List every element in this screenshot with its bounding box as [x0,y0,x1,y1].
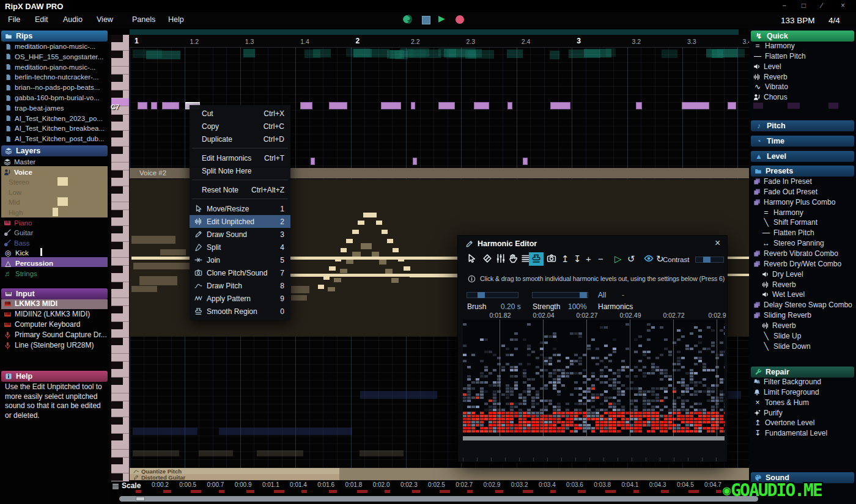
black-key[interactable] [111,401,123,409]
rips-item[interactable]: OS_HHF_155_songstarter... [5,52,103,62]
note[interactable] [682,102,709,109]
brush-slider[interactable] [467,292,518,298]
black-key[interactable] [111,282,123,290]
quick-item-level[interactable]: Level [753,62,781,71]
layer-item-guitar[interactable]: Guitar [4,228,33,238]
menu-panels[interactable]: Panels [132,15,155,24]
black-key[interactable] [111,90,123,98]
note[interactable] [636,102,642,109]
menu-audio[interactable]: Audio [63,15,83,24]
snapshot-tool[interactable] [547,254,556,266]
presets-item-fade-in-preset[interactable]: Fade In Preset [753,177,812,186]
layers-panel-header[interactable]: Layers [1,145,108,156]
presets-item-harmony-plus-combo[interactable]: Harmony Plus Combo [753,198,835,206]
note[interactable] [381,102,401,109]
loop-strip[interactable] [130,29,739,35]
repair-item-overtone-level[interactable]: ↥Overtone Level [753,418,814,427]
input-item[interactable]: LKMK3 MIDI [4,299,57,308]
presets-item-harmony[interactable]: =Harmony [762,208,803,217]
time-signature-display[interactable]: 4/4 [828,16,840,25]
context-item-draw-sound[interactable]: Draw Sound3 [190,228,290,241]
smooth-region-tool[interactable] [531,254,541,266]
context-item-join[interactable]: Join5 [190,254,290,266]
repair-item-filter-background[interactable]: Filter Background [753,378,821,386]
note[interactable] [138,102,147,109]
black-key[interactable] [111,378,123,385]
menu-view[interactable]: View [97,15,113,24]
panel-header-pitch[interactable]: ♪Pitch [751,120,854,131]
black-key[interactable] [111,170,123,178]
black-key[interactable] [111,210,123,217]
rips-item[interactable]: trap-beat-james [5,103,64,113]
brush-value[interactable]: 0.20 s [501,302,521,311]
presets-item-reverb-vibrato-combo[interactable]: Reverb Vibrato Combo [753,249,838,258]
note[interactable] [728,102,736,109]
input-item[interactable]: Line (Steinberg UR28M) [4,341,94,349]
input-item[interactable]: Primary Sound Capture Dr... [4,331,107,339]
add-tool[interactable]: + [586,254,591,264]
play-tool[interactable]: ▷ [614,254,622,264]
repair-item-fundamental-level[interactable]: ↧Fundamental Level [753,429,827,437]
rips-item[interactable]: berlin-techno-nutcracker-... [5,72,98,82]
history-tool[interactable]: ↺ [627,254,635,264]
black-key[interactable] [111,242,123,249]
context-item-apply-pattern[interactable]: Apply Pattern9 [190,292,290,305]
quick-item-flatten-pitch[interactable]: —Flatten Pitch [753,52,806,60]
menu-file[interactable]: File [8,15,20,24]
presets-item-sliding-reverb[interactable]: Sliding Reverb [753,311,811,320]
layer-item-kick[interactable]: ◎Kick [4,248,29,258]
scrollbar-handle[interactable] [136,497,145,501]
rips-item[interactable]: meditation-piano-music-... [5,42,95,51]
black-key[interactable] [111,338,123,345]
stop-button[interactable] [422,16,430,24]
harmonics-select-caret[interactable]: - [622,291,624,299]
region-row-distorted-guitar[interactable]: Distorted Guitar [133,474,185,480]
black-key[interactable] [111,266,123,273]
layer-item-piano[interactable]: Piano [4,218,32,228]
note[interactable] [300,102,312,109]
menu-help[interactable]: Help [168,15,184,24]
layer-item-bass[interactable]: Bass [4,238,30,248]
black-key[interactable] [111,51,123,58]
presets-item-reverb[interactable]: Reverb [762,321,796,330]
layer-item-stereo[interactable]: Stereo [9,177,29,187]
quick-item-vibrato[interactable]: ∿Vibrato [753,82,788,91]
input-item[interactable]: Computer Keyboard [4,320,80,329]
eraser-tool[interactable] [482,254,492,266]
black-key[interactable] [111,35,123,42]
edit-button[interactable]: ∕ [821,1,822,10]
layer-item-mid[interactable]: Mid [9,197,20,207]
context-item-cut[interactable]: CutCtrl+X [190,107,290,120]
layer-item-percussion[interactable]: △Percussion [4,258,53,268]
contrast-slider[interactable] [695,257,724,263]
black-key[interactable] [111,306,123,313]
repair-item-purify[interactable]: Purify [753,409,783,417]
quick-item-chorus[interactable]: Chorus [753,93,788,101]
presets-item-reverb-dry-wet-combo[interactable]: Reverb Dry/Wet Combo [753,260,841,268]
harmonic-spectrogram[interactable] [463,320,725,440]
remove-tool[interactable]: − [598,254,603,264]
minimize-button[interactable]: − [782,1,786,10]
close-button[interactable]: × [841,1,845,10]
presets-item-stereo-panning[interactable]: ↔Stereo Panning [762,239,824,247]
help-panel-header[interactable]: Help [1,371,108,382]
panel-header-quick[interactable]: ↯Quick [751,31,854,42]
rips-panel-header[interactable]: Rips [1,31,108,42]
quick-item-reverb[interactable]: Reverb [753,73,788,81]
context-item-duplicate[interactable]: DuplicateCtrl+D [190,133,290,145]
black-key[interactable] [111,147,123,154]
note[interactable] [523,158,528,165]
input-panel-header[interactable]: Input [1,288,108,299]
voice-level-block[interactable] [57,197,68,206]
rips-item[interactable]: brian--no-pads-pop-beats... [5,82,100,92]
play-button[interactable]: ▶ [438,13,445,23]
import-tool[interactable]: ↥ [561,254,569,264]
context-item-reset-note[interactable]: Reset NoteCtrl+Alt+Z [190,183,290,196]
harmonics-select[interactable]: All [598,291,606,299]
panel-header-level[interactable]: ▲Level [751,151,854,162]
bottom-row-dim[interactable] [339,468,749,474]
black-key[interactable] [111,322,123,329]
layer-item-voice[interactable]: Voice [4,167,32,177]
presets-item-dry-level[interactable]: Dry Level [762,270,803,279]
context-item-move-resize[interactable]: Move/Resize1 [190,202,290,215]
